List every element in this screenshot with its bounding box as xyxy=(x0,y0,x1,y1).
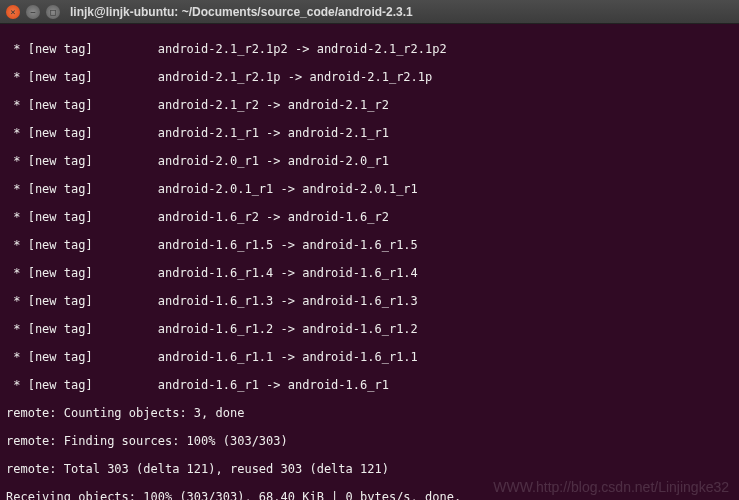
terminal-line: * [new tag] android-2.1_r2.1p2 -> androi… xyxy=(6,42,733,56)
minimize-icon[interactable]: − xyxy=(26,5,40,19)
terminal-line: remote: Counting objects: 3, done xyxy=(6,406,733,420)
terminal-line: * [new tag] android-1.6_r2 -> android-1.… xyxy=(6,210,733,224)
window-controls: × − □ xyxy=(6,5,60,19)
terminal-line: * [new tag] android-2.0.1_r1 -> android-… xyxy=(6,182,733,196)
terminal-line: * [new tag] android-2.1_r1 -> android-2.… xyxy=(6,126,733,140)
terminal-line: * [new tag] android-2.1_r2.1p -> android… xyxy=(6,70,733,84)
terminal-line: * [new tag] android-1.6_r1.4 -> android-… xyxy=(6,266,733,280)
terminal-line: * [new tag] android-1.6_r1.5 -> android-… xyxy=(6,238,733,252)
terminal-line: * [new tag] android-1.6_r1.1 -> android-… xyxy=(6,350,733,364)
terminal-line: Receiving objects: 100% (303/303), 68.40… xyxy=(6,490,733,500)
terminal-line: remote: Total 303 (delta 121), reused 30… xyxy=(6,462,733,476)
terminal-line: remote: Finding sources: 100% (303/303) xyxy=(6,434,733,448)
terminal-line: * [new tag] android-2.1_r2 -> android-2.… xyxy=(6,98,733,112)
terminal-output[interactable]: * [new tag] android-2.1_r2.1p2 -> androi… xyxy=(0,24,739,500)
terminal-line: * [new tag] android-1.6_r1 -> android-1.… xyxy=(6,378,733,392)
terminal-line: * [new tag] android-2.0_r1 -> android-2.… xyxy=(6,154,733,168)
window-title: linjk@linjk-ubuntu: ~/Documents/source_c… xyxy=(70,5,413,19)
terminal-line: * [new tag] android-1.6_r1.3 -> android-… xyxy=(6,294,733,308)
close-icon[interactable]: × xyxy=(6,5,20,19)
maximize-icon[interactable]: □ xyxy=(46,5,60,19)
window-titlebar: × − □ linjk@linjk-ubuntu: ~/Documents/so… xyxy=(0,0,739,24)
terminal-line: * [new tag] android-1.6_r1.2 -> android-… xyxy=(6,322,733,336)
